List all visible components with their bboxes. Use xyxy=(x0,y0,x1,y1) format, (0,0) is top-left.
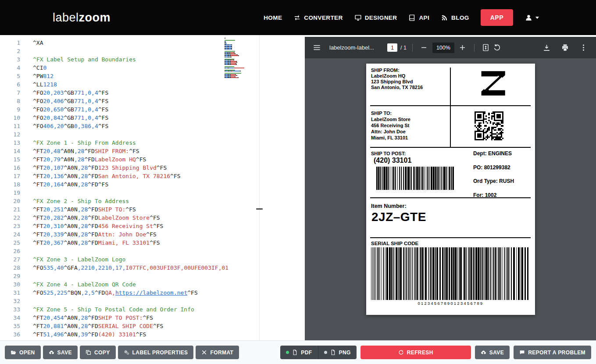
save-preview-button[interactable]: SAVE xyxy=(475,346,510,359)
code-line[interactable]: 23^FT20,310^A0N,28^FD456 Receiving St^FS xyxy=(0,222,259,230)
ship-to-post-code: (420) 33101 xyxy=(374,157,411,164)
nav-blog[interactable]: BLOG xyxy=(441,14,469,21)
page-number-input[interactable]: 1 xyxy=(387,43,397,52)
code-line[interactable]: 2 xyxy=(0,47,259,55)
code-line[interactable]: 7^FO20,203^GB771,0,4^FS xyxy=(0,89,259,97)
png-label: PNG xyxy=(339,350,351,356)
user-menu[interactable] xyxy=(525,14,539,22)
code-line[interactable]: 13^FX Zone 1 - Ship From Address xyxy=(0,139,259,147)
zoom-level[interactable]: 100% xyxy=(432,43,454,53)
code-line[interactable]: 12 xyxy=(0,130,259,139)
pdf-menu-button[interactable] xyxy=(311,42,322,54)
folder-open-icon xyxy=(11,350,16,355)
ship-from-block: SHIP FROM: LabelZoom HQ 123 Shipping Blv… xyxy=(371,68,423,90)
postal-barcode xyxy=(376,167,454,190)
code-line[interactable]: 19 xyxy=(0,189,259,197)
code-editor[interactable]: 1^XA23^FX Label Setup and Boundaries4^CI… xyxy=(0,35,260,340)
format-button[interactable]: FORMAT xyxy=(196,346,239,359)
nav-converter[interactable]: CONVERTER xyxy=(293,14,343,21)
code-line[interactable]: 22^FT20,282^A0N,28^FDLabelZoom Store^FS xyxy=(0,214,259,222)
code-line[interactable]: 20^FX Zone 2 - Ship To Address xyxy=(0,197,259,205)
code-line[interactable]: 9^FO20,650^GB771,0,4^FS xyxy=(0,105,259,114)
refresh-icon xyxy=(398,350,404,355)
nav-app-button[interactable]: APP xyxy=(481,9,513,26)
copy-button[interactable]: COPY xyxy=(80,346,116,359)
code-line[interactable]: 5^PW812 xyxy=(0,72,259,80)
nav-designer[interactable]: DESIGNER xyxy=(354,14,397,21)
ship-from-line: 123 Shipping Blvd xyxy=(371,79,423,85)
plus-icon xyxy=(458,43,467,52)
nav-home-label: HOME xyxy=(264,14,282,21)
zoom-in-button[interactable] xyxy=(457,42,468,54)
pdf-selected-dot xyxy=(286,351,289,354)
save-button[interactable]: SAVE xyxy=(43,346,78,359)
save-label: SAVE xyxy=(57,350,72,356)
code-line[interactable]: 10^FO20,842^GB771,0,4^FS xyxy=(0,114,259,122)
code-line[interactable]: 25^FT20,367^A0N,28^FDMiami, FL 33101^FS xyxy=(0,239,259,247)
nav-home[interactable]: HOME xyxy=(264,14,282,21)
code-line[interactable]: 14^FT20,48^A0N,28^FDSHIP FROM:^FS xyxy=(0,147,259,155)
code-line[interactable]: 18^FT20,164^A0N,28^FD^FS xyxy=(0,180,259,189)
code-line[interactable]: 6^LL1218 xyxy=(0,80,259,89)
code-line[interactable]: 28^FO535,40^GFA,2210,2210,17,I07TFC,003U… xyxy=(0,264,259,272)
code-line[interactable]: 15^FT20,79^A0N,28^FDLabelZoom HQ^FS xyxy=(0,155,259,164)
code-line[interactable]: 11^FO406,20^GB0,386,4^FS xyxy=(0,122,259,130)
png-format-button[interactable]: PNG xyxy=(318,346,357,359)
copy-label: COPY xyxy=(94,350,110,356)
fit-page-button[interactable] xyxy=(480,42,492,54)
code-line[interactable]: 32 xyxy=(0,297,259,305)
nav-converter-label: CONVERTER xyxy=(304,14,343,21)
cloud-upload-icon xyxy=(481,350,486,355)
toolbar-separator xyxy=(474,44,475,52)
editor-minimap[interactable] xyxy=(225,38,255,79)
converter-icon xyxy=(293,14,301,21)
ship-from-line: San Antonio, TX 78216 xyxy=(371,85,423,90)
pdf-format-button[interactable]: PDF xyxy=(280,346,318,359)
code-line[interactable]: 21^FT20,251^A0N,28^FDSHIP TO:^FS xyxy=(0,205,259,214)
item-number-value: 2JZ–GTE xyxy=(371,210,426,224)
print-button[interactable] xyxy=(559,42,571,54)
nav-designer-label: DESIGNER xyxy=(365,14,397,21)
label-divider xyxy=(370,197,531,198)
file-icon xyxy=(292,350,298,355)
code-line[interactable]: 3^FX Label Setup and Boundaries xyxy=(0,55,259,64)
code-line[interactable]: 33^FX Zone 5 - Ship To Postal Code and O… xyxy=(0,305,259,314)
navbar: labelzoom HOME CONVERTER DESIGNER API BL… xyxy=(0,0,596,35)
refresh-button[interactable]: REFRESH xyxy=(360,346,471,359)
pdf-viewport[interactable]: SHIP FROM: LabelZoom HQ 123 Shipping Blv… xyxy=(305,58,596,340)
api-docs-icon xyxy=(408,14,416,21)
code-lines[interactable]: 1^XA23^FX Label Setup and Boundaries4^CI… xyxy=(0,35,259,340)
code-line[interactable]: 29 xyxy=(0,272,259,280)
serial-ship-code-title: SERIAL SHIP CODE xyxy=(371,241,418,246)
format-label: FORMAT xyxy=(210,350,233,356)
format-tools-icon xyxy=(201,350,207,355)
download-button[interactable] xyxy=(541,42,552,54)
code-line[interactable]: 35^FT20,881^A0N,28^FDSERIAL SHIP CODE^FS xyxy=(0,322,259,330)
code-line[interactable]: 34^FT20,454^A0N,28^FDSHIP TO POST:^FS xyxy=(0,314,259,322)
zoom-out-button[interactable] xyxy=(418,42,430,54)
code-line[interactable]: 31^FO525,225^BQN,2,5^FDQA,https://labelz… xyxy=(0,289,259,297)
label-properties-button[interactable]: LABEL PROPERTIES xyxy=(118,346,194,359)
rotate-button[interactable] xyxy=(492,42,503,54)
code-line[interactable]: 17^FT20,136^A0N,28^FDSan Antonio, TX 782… xyxy=(0,172,259,180)
label-properties-label: LABEL PROPERTIES xyxy=(132,350,188,356)
refresh-label: REFRESH xyxy=(407,350,433,356)
nav-api[interactable]: API xyxy=(408,14,429,21)
code-line[interactable]: 16^FT20,107^A0N,28^FD123 Shipping Blvd^F… xyxy=(0,164,259,172)
open-button[interactable]: OPEN xyxy=(5,346,41,359)
more-options-button[interactable] xyxy=(578,42,589,54)
rotate-icon xyxy=(493,43,501,52)
report-problem-button[interactable]: REPORT A PROBLEM xyxy=(514,346,591,359)
code-line[interactable]: 24^FT20,339^A0N,28^FDAttn: John Doe^FS xyxy=(0,230,259,239)
code-line[interactable]: 1^XA xyxy=(0,39,259,47)
code-line[interactable]: 8^FO20,406^GB771,0,4^FS xyxy=(0,97,259,105)
labelzoom-logo[interactable]: labelzoom xyxy=(53,11,111,25)
zpl-editor-pane: 1^XA23^FX Label Setup and Boundaries4^CI… xyxy=(0,35,305,340)
code-line[interactable]: 4^CI0 xyxy=(0,64,259,72)
splitter-grip[interactable] xyxy=(256,208,263,210)
code-line[interactable]: 36^FT51,496^A0N,39^FD(420) 33101^FS xyxy=(0,330,259,339)
code-line[interactable]: 26 xyxy=(0,247,259,255)
code-line[interactable]: 27^FX Zone 3 - LabelZoom Logo xyxy=(0,255,259,264)
order-info-row: Ord Type: RUSH xyxy=(473,178,514,184)
code-line[interactable]: 30^FX Zone 4 - LabelZoom QR Code xyxy=(0,280,259,289)
